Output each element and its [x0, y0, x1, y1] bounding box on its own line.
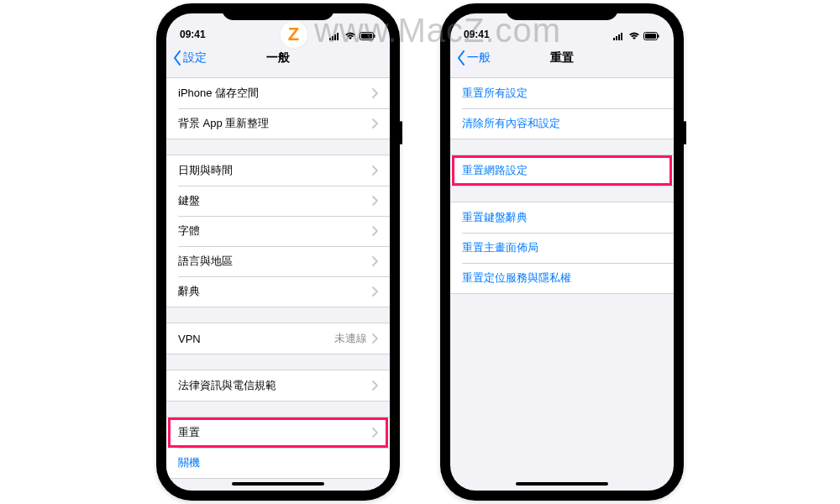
row-fonts[interactable]: 字體: [166, 216, 390, 246]
settings-group-storage: iPhone 儲存空間 背景 App 重新整理: [166, 77, 390, 139]
chevron-left-icon: [173, 50, 181, 66]
svg-rect-8: [616, 36, 617, 40]
reset-group-other: 重置鍵盤辭典 重置主畫面佈局 重置定位服務與隱私權: [450, 202, 674, 294]
svg-rect-5: [361, 34, 372, 39]
row-erase-all-content[interactable]: 清除所有內容和設定: [450, 108, 674, 139]
svg-rect-7: [613, 38, 615, 40]
settings-group-vpn: VPN未連線: [166, 323, 390, 354]
row-language-region[interactable]: 語言與地區: [166, 246, 390, 276]
chevron-right-icon: [372, 118, 378, 129]
status-time: 09:41: [464, 29, 490, 40]
back-label: 一般: [467, 50, 491, 66]
chevron-right-icon: [372, 256, 378, 266]
row-background-app-refresh[interactable]: 背景 App 重新整理: [166, 108, 390, 139]
svg-rect-12: [645, 34, 656, 39]
chevron-left-icon: [457, 50, 465, 66]
battery-icon: [643, 32, 660, 40]
page-title: 重置: [550, 50, 574, 66]
notch: [222, 3, 334, 20]
row-vpn[interactable]: VPN未連線: [166, 323, 390, 354]
screen-left: 09:41 設定 一般 iPhone 儲存空間 背景 App 重新整理: [166, 13, 390, 491]
reset-content: 重置所有設定 清除所有內容和設定 重置網路設定 重置鍵盤辭典 重置主畫面佈局 重…: [450, 74, 674, 491]
back-button[interactable]: 一般: [457, 50, 491, 66]
chevron-right-icon: [372, 333, 378, 344]
row-keyboard[interactable]: 鍵盤: [166, 186, 390, 216]
vpn-status-value: 未連線: [334, 331, 367, 346]
status-time: 09:41: [180, 29, 206, 40]
chevron-right-icon: [372, 428, 378, 438]
row-reset[interactable]: 重置: [166, 417, 390, 448]
home-indicator[interactable]: [516, 482, 608, 486]
back-label: 設定: [183, 50, 207, 66]
svg-rect-10: [621, 33, 622, 40]
row-iphone-storage[interactable]: iPhone 儲存空間: [166, 78, 390, 108]
svg-rect-1: [332, 36, 333, 40]
cellular-signal-icon: [613, 32, 625, 40]
chevron-right-icon: [372, 286, 378, 297]
svg-rect-0: [329, 38, 331, 40]
row-date-time[interactable]: 日期與時間: [166, 155, 390, 186]
row-shutdown[interactable]: 關機: [166, 448, 390, 478]
chevron-right-icon: [372, 381, 378, 391]
svg-rect-9: [618, 34, 620, 40]
reset-group-all: 重置所有設定 清除所有內容和設定: [450, 77, 674, 139]
nav-bar: 設定 一般: [166, 42, 390, 74]
phone-frame-right: 09:41 一般 重置 重置所有設定 清除所有內容和設定: [440, 3, 684, 501]
row-dictionary[interactable]: 辭典: [166, 276, 390, 307]
row-legal-regulatory[interactable]: 法律資訊與電信規範: [166, 370, 390, 401]
chevron-right-icon: [372, 226, 378, 236]
row-reset-home-layout[interactable]: 重置主畫面佈局: [450, 233, 674, 263]
settings-group-legal: 法律資訊與電信規範: [166, 370, 390, 402]
phone-frame-left: 09:41 設定 一般 iPhone 儲存空間 背景 App 重新整理: [156, 3, 400, 501]
home-indicator[interactable]: [232, 482, 324, 486]
reset-group-network: 重置網路設定: [450, 155, 674, 186]
settings-content: iPhone 儲存空間 背景 App 重新整理 日期與時間 鍵盤 字體 語言與地…: [166, 74, 390, 491]
svg-rect-2: [334, 34, 336, 40]
battery-icon: [360, 32, 376, 40]
page-title: 一般: [266, 50, 290, 66]
notch: [506, 3, 618, 20]
row-reset-network-settings[interactable]: 重置網路設定: [450, 155, 674, 186]
svg-rect-3: [337, 33, 339, 40]
settings-group-locale: 日期與時間 鍵盤 字體 語言與地區 辭典: [166, 155, 390, 307]
screen-right: 09:41 一般 重置 重置所有設定 清除所有內容和設定: [450, 13, 674, 491]
cellular-signal-icon: [329, 32, 341, 40]
wifi-icon: [628, 32, 640, 40]
chevron-right-icon: [372, 196, 378, 206]
svg-rect-13: [658, 34, 659, 38]
back-button[interactable]: 設定: [173, 50, 207, 66]
row-reset-keyboard-dict[interactable]: 重置鍵盤辭典: [450, 202, 674, 233]
chevron-right-icon: [372, 165, 378, 176]
settings-group-reset: 重置 關機: [166, 417, 390, 479]
wifi-icon: [344, 32, 356, 40]
svg-rect-6: [374, 34, 375, 38]
row-reset-all-settings[interactable]: 重置所有設定: [450, 78, 674, 108]
nav-bar: 一般 重置: [450, 42, 674, 74]
row-reset-location-privacy[interactable]: 重置定位服務與隱私權: [450, 263, 674, 293]
chevron-right-icon: [372, 88, 378, 98]
